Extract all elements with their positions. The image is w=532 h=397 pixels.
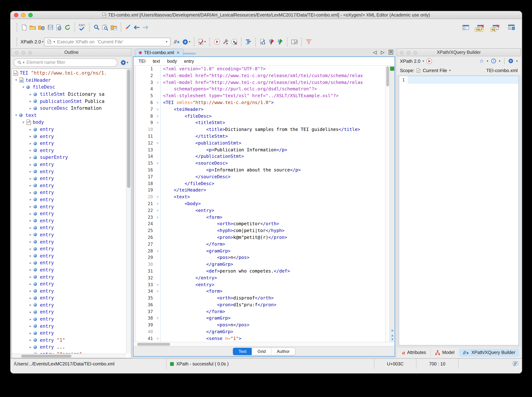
collapsed-arrow-icon[interactable]: ▶ bbox=[28, 198, 33, 201]
outline-item-entry[interactable]: ▶entry bbox=[12, 203, 126, 210]
outline-item-entry[interactable]: ▶entry bbox=[12, 329, 126, 337]
collapsed-arrow-icon[interactable]: ▶ bbox=[28, 163, 33, 166]
funnel-button[interactable] bbox=[304, 36, 313, 47]
configure-scenario-button[interactable] bbox=[221, 36, 230, 47]
notifications-bubble-icon[interactable] bbox=[513, 361, 518, 366]
mode-tab-text[interactable]: Text bbox=[233, 348, 252, 355]
outline-item-entry[interactable]: ▶entry bbox=[12, 189, 126, 196]
outline-item-sourceDesc[interactable]: ▶sourceDesc Information bbox=[12, 105, 126, 112]
collapsed-arrow-icon[interactable]: ▶ bbox=[28, 247, 33, 250]
element-name-filter-input[interactable] bbox=[26, 60, 114, 65]
new-document-button[interactable] bbox=[20, 22, 28, 33]
close-window-button[interactable] bbox=[14, 13, 18, 17]
fold-marker-icon[interactable]: ▽ bbox=[155, 99, 160, 106]
editor-tab-tei-combo[interactable]: TEI-combo.xml ✕ bbox=[135, 49, 184, 56]
xpath-engine-label[interactable]: XPath 2.0 bbox=[400, 58, 420, 64]
open-url-button[interactable] bbox=[37, 22, 46, 33]
xpath-builder-header[interactable]: XPath/XQuery Builder bbox=[397, 48, 521, 56]
breadcrumb-item-text[interactable]: text bbox=[153, 59, 160, 64]
refresh-button[interactable] bbox=[63, 22, 72, 33]
outline-item-entry[interactable]: ▶entry "foreign" bbox=[12, 351, 126, 354]
format-indent-button[interactable] bbox=[244, 36, 253, 47]
outline-horizontal-scrollbar[interactable] bbox=[12, 354, 126, 358]
find-replace-in-files-button[interactable] bbox=[109, 22, 118, 33]
outline-item-entry[interactable]: ▶entry bbox=[12, 140, 126, 147]
outline-item-entry[interactable]: ▶entry bbox=[12, 182, 126, 189]
xpath-expression-editor[interactable]: 1 bbox=[399, 76, 519, 345]
mode-tab-grid[interactable]: Grid bbox=[252, 348, 271, 355]
panel-tab-model[interactable]: Model bbox=[431, 348, 459, 357]
breadcrumb-item-entry[interactable]: entry bbox=[184, 59, 194, 64]
outline-item-entry[interactable]: ▶entry bbox=[12, 161, 126, 168]
minimize-window-button[interactable] bbox=[21, 13, 25, 17]
documentation-book-button[interactable] bbox=[290, 36, 299, 47]
execute-xpath-icon[interactable] bbox=[426, 58, 432, 64]
outline-item-entry[interactable]: ▶entry bbox=[12, 168, 126, 175]
collapsed-arrow-icon[interactable]: ▶ bbox=[28, 156, 33, 159]
collapsed-arrow-icon[interactable]: ▶ bbox=[28, 331, 33, 335]
outline-item-entry[interactable]: ▶entry bbox=[12, 147, 126, 154]
fold-marker-icon[interactable]: ▽ bbox=[155, 106, 160, 113]
panel-tab-attributes[interactable]: aAttributes bbox=[398, 348, 431, 357]
save-remote-button[interactable] bbox=[55, 22, 63, 33]
fold-marker-icon[interactable]: ▽ bbox=[155, 214, 160, 221]
gear-icon[interactable] bbox=[508, 58, 513, 63]
breadcrumb-item-body[interactable]: body bbox=[167, 59, 177, 64]
collapsed-arrow-icon[interactable]: ▶ bbox=[28, 170, 33, 173]
element-filter-field[interactable]: ▾ bbox=[14, 58, 117, 67]
settings-gear-button[interactable]: ▾ bbox=[181, 36, 191, 47]
refactor-xml-button[interactable] bbox=[259, 36, 267, 47]
collapsed-arrow-icon[interactable]: ▶ bbox=[28, 352, 33, 354]
expanded-arrow-icon[interactable]: ▼ bbox=[20, 120, 26, 124]
editor-layout-button[interactable] bbox=[461, 22, 470, 33]
outline-item-publicationStmt[interactable]: ▶publicationStmt Publica bbox=[12, 98, 126, 105]
close-tab-icon[interactable]: ✕ bbox=[176, 50, 180, 55]
fold-marker-icon[interactable]: ▽ bbox=[155, 140, 160, 147]
last-edit-location-button[interactable]: * bbox=[124, 22, 133, 33]
editor-list-icon[interactable] bbox=[389, 50, 393, 55]
outline-item-entry[interactable]: ▶entry bbox=[12, 259, 126, 266]
collapsed-arrow-icon[interactable]: ▶ bbox=[28, 142, 33, 145]
outline-settings-button[interactable]: ▾ bbox=[120, 57, 129, 68]
outline-item-entry[interactable]: ▶entry bbox=[12, 266, 126, 273]
panel-tab-xpath-xquery-builder[interactable]: //★XPath/XQuery Builder bbox=[459, 348, 520, 357]
outline-item-entry[interactable]: ▶entry bbox=[12, 196, 126, 203]
zoom-window-button[interactable] bbox=[28, 13, 33, 17]
outline-item-entry[interactable]: ▶entry bbox=[12, 323, 126, 329]
outline-item-entry[interactable]: ▶entry bbox=[12, 224, 126, 231]
collapsed-arrow-icon[interactable]: ▶ bbox=[28, 177, 33, 180]
run-scenario-button[interactable] bbox=[213, 36, 221, 47]
fold-marker-icon[interactable]: ▽ bbox=[155, 194, 160, 200]
outline-item-entry[interactable]: ▶entry bbox=[12, 280, 126, 287]
fold-marker-icon[interactable]: ▽ bbox=[155, 200, 160, 207]
collapsed-arrow-icon[interactable]: ▶ bbox=[28, 205, 33, 208]
forward-button[interactable] bbox=[141, 22, 150, 33]
xml-source-editor[interactable]: 1<?xml version="1.0" encoding="UTF-8"?>2… bbox=[133, 66, 385, 342]
collapsed-arrow-icon[interactable]: ▶ bbox=[28, 345, 33, 349]
pin-red-button[interactable] bbox=[267, 36, 276, 47]
expanded-arrow-icon[interactable]: ▼ bbox=[20, 85, 26, 89]
fold-marker-icon[interactable]: ▽ bbox=[155, 113, 160, 120]
editor-hscroll-thumb[interactable] bbox=[137, 343, 170, 346]
outline-item-teiHeader[interactable]: ▼teiHeader bbox=[12, 77, 126, 84]
database-perspective-button[interactable] bbox=[507, 22, 516, 33]
outline-item-text[interactable]: ▼text bbox=[12, 112, 126, 119]
previous-result-icon[interactable]: ▲ bbox=[391, 334, 394, 337]
collapsed-arrow-icon[interactable]: ▶ bbox=[28, 310, 33, 314]
outline-vertical-scrollbar[interactable] bbox=[126, 69, 131, 354]
outline-hscroll-thumb[interactable] bbox=[21, 355, 71, 358]
collapsed-arrow-icon[interactable]: ▶ bbox=[28, 275, 33, 279]
outline-item-entry[interactable]: ▶entry "1" bbox=[12, 337, 126, 344]
outline-item-entry[interactable]: ▶entry bbox=[12, 301, 126, 308]
collapsed-arrow-icon[interactable]: ▶ bbox=[28, 149, 33, 152]
outline-item-entry[interactable]: ▶entry bbox=[12, 308, 126, 315]
history-clock-icon[interactable] bbox=[491, 58, 496, 63]
mode-tab-author[interactable]: Author bbox=[271, 348, 295, 355]
xslt-debugger-button[interactable]: XSLT bbox=[476, 22, 486, 33]
outline-item-superEntry[interactable]: ▶superEntry bbox=[12, 154, 126, 161]
collapsed-arrow-icon[interactable]: ▶ bbox=[28, 128, 33, 131]
execute-xpath-combo[interactable]: ▾Execute XPath on 'Current File'▾ bbox=[44, 37, 171, 46]
collapsed-arrow-icon[interactable]: ▶ bbox=[28, 233, 33, 236]
outline-item-entry[interactable]: ▶entry bbox=[12, 238, 126, 245]
find-in-files-button[interactable] bbox=[101, 22, 109, 33]
